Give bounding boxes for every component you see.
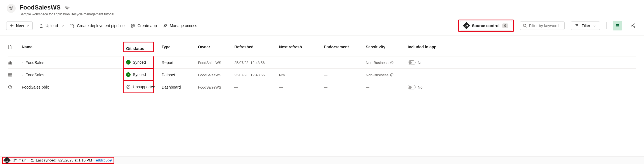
premium-diamond-icon [65,5,70,10]
item-sensitivity: Non-Business [366,61,388,65]
included-toggle[interactable] [408,60,416,65]
git-status-label: Synced [133,72,146,77]
svg-rect-6 [133,24,135,25]
toolbar-divider [606,22,607,29]
source-control-button[interactable]: ⎇ Source control 0 [460,21,512,30]
item-next-refresh: — [279,61,324,65]
list-view-button[interactable] [613,21,622,30]
report-icon [8,60,22,65]
item-endorsement: — [324,85,366,89]
svg-rect-7 [131,26,133,27]
item-type: Dashboard [162,85,198,89]
toggle-label: No [418,85,423,89]
svg-rect-18 [8,73,12,76]
svg-point-8 [164,24,165,26]
lineage-icon [631,23,636,28]
item-owner: FoodSalesWS [198,85,234,89]
manage-access-button[interactable]: Manage access [163,23,197,28]
svg-point-1 [12,7,13,8]
svg-point-11 [631,25,632,26]
col-sensitivity[interactable]: Sensitivity [366,45,408,49]
access-icon [163,23,168,28]
manage-access-label: Manage access [170,23,197,28]
source-control-label: Source control [472,23,499,28]
create-app-button[interactable]: Create app [131,23,157,28]
svg-rect-16 [11,62,12,64]
pipeline-icon [70,23,75,28]
item-next-refresh: N/A [279,73,324,77]
git-status-label: Unsupported [133,85,155,89]
col-refreshed[interactable]: Refreshed [234,45,279,49]
col-name[interactable]: Name [22,45,125,49]
item-type: Report [162,60,198,65]
item-refreshed: 25/07/23, 12:48:56 [234,61,279,65]
svg-point-3 [71,24,72,25]
create-app-label: Create app [138,23,157,28]
create-pipeline-button[interactable]: Create deployment pipeline [70,23,124,28]
workspace-icon [7,4,16,13]
synced-icon: ✓ [126,60,131,65]
col-next-refresh[interactable]: Next refresh [279,45,324,49]
col-git-status[interactable]: Git status [126,46,144,51]
table-row[interactable]: ›FoodSales ✓Synced Report FoodSalesWS 25… [8,56,636,68]
upload-label: Upload [46,23,58,28]
svg-rect-5 [131,24,133,25]
item-refreshed: 25/07/23, 12:48:56 [234,73,279,77]
filter-button[interactable]: Filter [571,22,600,30]
col-icon-header [8,45,22,49]
svg-rect-15 [10,61,11,64]
search-field[interactable] [529,23,560,28]
svg-point-12 [634,24,635,25]
synced-icon: ✓ [126,72,131,77]
filter-label: Filter [582,23,590,28]
item-endorsement: — [324,73,366,77]
more-button[interactable]: ⋯ [203,23,209,29]
item-next-refresh: — [279,85,324,89]
item-endorsement: — [324,61,366,65]
list-icon [615,23,620,28]
unsupported-icon [126,85,131,89]
toolbar: New Upload Create deployment pipeline Cr… [0,16,644,35]
col-owner[interactable]: Owner [198,45,234,49]
svg-point-13 [634,27,635,28]
search-icon [523,24,527,28]
expand-icon[interactable]: › [22,73,23,77]
source-control-count: 0 [502,23,508,28]
item-sensitivity: Non-Business [366,73,388,77]
expand-icon[interactable]: › [22,61,23,64]
dashboard-icon [8,85,22,89]
app-icon [131,23,135,28]
upload-button[interactable]: Upload [39,23,64,28]
search-input-wrapper[interactable] [520,22,565,30]
filter-icon [575,24,579,28]
svg-point-10 [523,24,526,27]
svg-point-21 [10,87,10,87]
col-type[interactable]: Type [162,45,198,49]
table-row[interactable]: ›FoodSales ✓Synced Dataset FoodSalesWS 2… [8,68,636,81]
included-toggle[interactable] [408,85,416,89]
workspace-description: Sample workspace for application lifecyc… [20,12,114,16]
item-owner: FoodSalesWS [198,61,234,65]
svg-point-9 [166,25,167,26]
pipeline-label: Create deployment pipeline [77,23,124,28]
info-icon[interactable] [390,61,393,64]
new-label: New [16,23,24,28]
item-name: FoodSales [25,60,44,65]
git-icon: ⎇ [463,22,470,29]
item-type: Dataset [162,73,198,77]
info-icon[interactable] [390,73,393,77]
table-row[interactable]: FoodSales.pbix Unsupported Dashboard Foo… [8,81,636,93]
item-owner: FoodSalesWS [198,73,234,77]
lineage-view-button[interactable] [628,21,638,30]
content-table: Name Git status Type Owner Refreshed Nex… [0,35,644,104]
col-endorsement[interactable]: Endorsement [324,45,366,49]
git-status-label: Synced [133,60,146,65]
workspace-title: FoodSalesWS [20,4,61,11]
item-name: FoodSales [25,73,44,77]
col-included[interactable]: Included in app [408,45,441,49]
new-button[interactable]: New [6,22,33,30]
item-name: FoodSales.pbix [22,85,49,89]
item-sensitivity: — [366,85,408,89]
svg-point-4 [73,26,74,27]
upload-icon [39,23,43,28]
